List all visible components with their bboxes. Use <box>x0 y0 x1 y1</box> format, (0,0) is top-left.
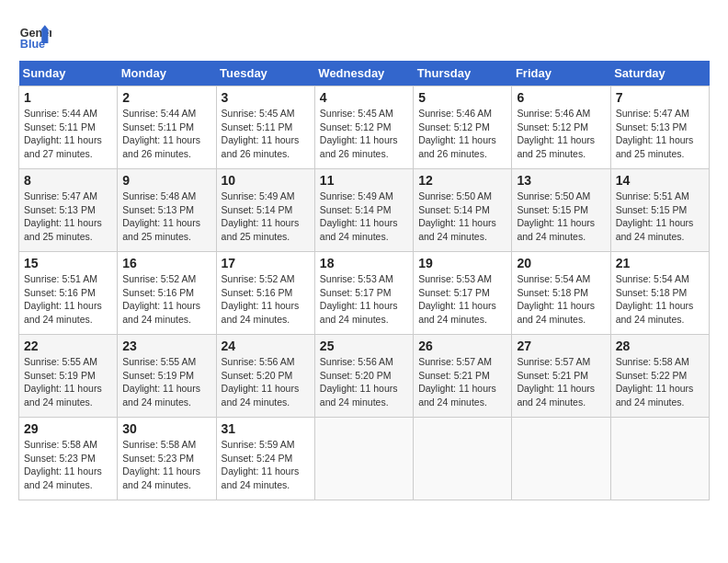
calendar-header-row: Sunday Monday Tuesday Wednesday Thursday… <box>19 61 710 86</box>
day-info: Sunrise: 5:56 AM Sunset: 5:20 PM Dayligh… <box>222 355 310 409</box>
day-info: Sunrise: 5:58 AM Sunset: 5:23 PM Dayligh… <box>24 438 112 492</box>
day-info: Sunrise: 5:58 AM Sunset: 5:23 PM Dayligh… <box>122 438 210 492</box>
day-info: Sunrise: 5:59 AM Sunset: 5:24 PM Dayligh… <box>222 438 310 492</box>
table-row: 15 Sunrise: 5:51 AM Sunset: 5:16 PM Dayl… <box>19 252 118 335</box>
day-info: Sunrise: 5:57 AM Sunset: 5:21 PM Dayligh… <box>517 355 605 409</box>
logo-icon: General Blue <box>18 18 51 52</box>
table-row: 11 Sunrise: 5:49 AM Sunset: 5:14 PM Dayl… <box>314 169 413 252</box>
table-row: 6 Sunrise: 5:46 AM Sunset: 5:12 PM Dayli… <box>512 86 610 169</box>
table-row: 29 Sunrise: 5:58 AM Sunset: 5:23 PM Dayl… <box>19 418 118 500</box>
day-number: 9 <box>122 173 210 188</box>
table-row: 25 Sunrise: 5:56 AM Sunset: 5:20 PM Dayl… <box>314 335 413 418</box>
day-info: Sunrise: 5:46 AM Sunset: 5:12 PM Dayligh… <box>418 107 506 161</box>
day-info: Sunrise: 5:49 AM Sunset: 5:14 PM Dayligh… <box>320 190 408 244</box>
day-info: Sunrise: 5:56 AM Sunset: 5:20 PM Dayligh… <box>320 355 408 409</box>
day-number: 13 <box>517 173 605 188</box>
day-info: Sunrise: 5:46 AM Sunset: 5:12 PM Dayligh… <box>517 107 605 161</box>
table-row <box>414 418 512 500</box>
day-info: Sunrise: 5:57 AM Sunset: 5:21 PM Dayligh… <box>418 355 506 409</box>
day-number: 5 <box>418 90 506 105</box>
day-info: Sunrise: 5:54 AM Sunset: 5:18 PM Dayligh… <box>517 272 605 327</box>
table-row: 8 Sunrise: 5:47 AM Sunset: 5:13 PM Dayli… <box>19 169 118 252</box>
table-row: 22 Sunrise: 5:55 AM Sunset: 5:19 PM Dayl… <box>19 335 118 418</box>
day-info: Sunrise: 5:49 AM Sunset: 5:14 PM Dayligh… <box>222 190 310 244</box>
table-row: 10 Sunrise: 5:49 AM Sunset: 5:14 PM Dayl… <box>216 169 314 252</box>
col-saturday: Saturday <box>610 61 709 86</box>
col-monday: Monday <box>118 61 216 86</box>
day-info: Sunrise: 5:53 AM Sunset: 5:17 PM Dayligh… <box>418 272 506 327</box>
day-info: Sunrise: 5:44 AM Sunset: 5:11 PM Dayligh… <box>122 107 210 161</box>
day-info: Sunrise: 5:58 AM Sunset: 5:22 PM Dayligh… <box>616 355 704 409</box>
day-info: Sunrise: 5:51 AM Sunset: 5:15 PM Dayligh… <box>616 190 704 244</box>
table-row: 1 Sunrise: 5:44 AM Sunset: 5:11 PM Dayli… <box>19 86 118 169</box>
day-number: 28 <box>616 339 704 353</box>
calendar-week-row: 15 Sunrise: 5:51 AM Sunset: 5:16 PM Dayl… <box>19 252 710 335</box>
day-info: Sunrise: 5:45 AM Sunset: 5:11 PM Dayligh… <box>222 107 310 161</box>
day-info: Sunrise: 5:54 AM Sunset: 5:18 PM Dayligh… <box>616 272 704 327</box>
day-number: 27 <box>517 339 605 353</box>
day-number: 29 <box>24 421 112 436</box>
day-number: 8 <box>24 173 112 188</box>
day-info: Sunrise: 5:51 AM Sunset: 5:16 PM Dayligh… <box>24 272 112 327</box>
day-number: 10 <box>222 173 310 188</box>
table-row: 9 Sunrise: 5:48 AM Sunset: 5:13 PM Dayli… <box>118 169 216 252</box>
day-info: Sunrise: 5:45 AM Sunset: 5:12 PM Dayligh… <box>320 107 408 161</box>
table-row: 5 Sunrise: 5:46 AM Sunset: 5:12 PM Dayli… <box>414 86 512 169</box>
day-number: 18 <box>320 256 408 270</box>
calendar-table: Sunday Monday Tuesday Wednesday Thursday… <box>18 61 710 500</box>
day-number: 14 <box>616 173 704 188</box>
col-friday: Friday <box>512 61 610 86</box>
table-row: 16 Sunrise: 5:52 AM Sunset: 5:16 PM Dayl… <box>118 252 216 335</box>
day-info: Sunrise: 5:55 AM Sunset: 5:19 PM Dayligh… <box>122 355 210 409</box>
table-row: 3 Sunrise: 5:45 AM Sunset: 5:11 PM Dayli… <box>216 86 314 169</box>
day-info: Sunrise: 5:44 AM Sunset: 5:11 PM Dayligh… <box>24 107 112 161</box>
col-wednesday: Wednesday <box>314 61 413 86</box>
day-info: Sunrise: 5:52 AM Sunset: 5:16 PM Dayligh… <box>222 272 310 327</box>
table-row: 21 Sunrise: 5:54 AM Sunset: 5:18 PM Dayl… <box>610 252 709 335</box>
day-number: 31 <box>222 421 310 436</box>
table-row: 27 Sunrise: 5:57 AM Sunset: 5:21 PM Dayl… <box>512 335 610 418</box>
calendar-week-row: 8 Sunrise: 5:47 AM Sunset: 5:13 PM Dayli… <box>19 169 710 252</box>
day-info: Sunrise: 5:47 AM Sunset: 5:13 PM Dayligh… <box>24 190 112 244</box>
day-number: 12 <box>418 173 506 188</box>
table-row: 28 Sunrise: 5:58 AM Sunset: 5:22 PM Dayl… <box>610 335 709 418</box>
table-row: 13 Sunrise: 5:50 AM Sunset: 5:15 PM Dayl… <box>512 169 610 252</box>
table-row: 17 Sunrise: 5:52 AM Sunset: 5:16 PM Dayl… <box>216 252 314 335</box>
day-number: 24 <box>222 339 310 353</box>
svg-text:Blue: Blue <box>20 38 45 51</box>
day-number: 30 <box>122 421 210 436</box>
day-info: Sunrise: 5:53 AM Sunset: 5:17 PM Dayligh… <box>320 272 408 327</box>
day-info: Sunrise: 5:50 AM Sunset: 5:15 PM Dayligh… <box>517 190 605 244</box>
table-row: 30 Sunrise: 5:58 AM Sunset: 5:23 PM Dayl… <box>118 418 216 500</box>
calendar-week-row: 1 Sunrise: 5:44 AM Sunset: 5:11 PM Dayli… <box>19 86 710 169</box>
day-number: 2 <box>122 90 210 105</box>
table-row: 14 Sunrise: 5:51 AM Sunset: 5:15 PM Dayl… <box>610 169 709 252</box>
table-row: 2 Sunrise: 5:44 AM Sunset: 5:11 PM Dayli… <box>118 86 216 169</box>
logo: General Blue <box>18 18 51 52</box>
day-info: Sunrise: 5:48 AM Sunset: 5:13 PM Dayligh… <box>122 190 210 244</box>
day-number: 21 <box>616 256 704 270</box>
day-number: 26 <box>418 339 506 353</box>
day-info: Sunrise: 5:55 AM Sunset: 5:19 PM Dayligh… <box>24 355 112 409</box>
calendar-week-row: 22 Sunrise: 5:55 AM Sunset: 5:19 PM Dayl… <box>19 335 710 418</box>
day-number: 15 <box>24 256 112 270</box>
day-number: 25 <box>320 339 408 353</box>
table-row: 4 Sunrise: 5:45 AM Sunset: 5:12 PM Dayli… <box>314 86 413 169</box>
table-row: 23 Sunrise: 5:55 AM Sunset: 5:19 PM Dayl… <box>118 335 216 418</box>
day-number: 19 <box>418 256 506 270</box>
day-number: 7 <box>616 90 704 105</box>
day-number: 4 <box>320 90 408 105</box>
col-thursday: Thursday <box>414 61 512 86</box>
table-row: 18 Sunrise: 5:53 AM Sunset: 5:17 PM Dayl… <box>314 252 413 335</box>
table-row: 31 Sunrise: 5:59 AM Sunset: 5:24 PM Dayl… <box>216 418 314 500</box>
table-row <box>610 418 709 500</box>
col-sunday: Sunday <box>19 61 118 86</box>
day-number: 20 <box>517 256 605 270</box>
table-row: 26 Sunrise: 5:57 AM Sunset: 5:21 PM Dayl… <box>414 335 512 418</box>
day-number: 6 <box>517 90 605 105</box>
day-number: 23 <box>122 339 210 353</box>
day-number: 1 <box>24 90 112 105</box>
day-number: 22 <box>24 339 112 353</box>
day-number: 17 <box>222 256 310 270</box>
day-info: Sunrise: 5:52 AM Sunset: 5:16 PM Dayligh… <box>122 272 210 327</box>
